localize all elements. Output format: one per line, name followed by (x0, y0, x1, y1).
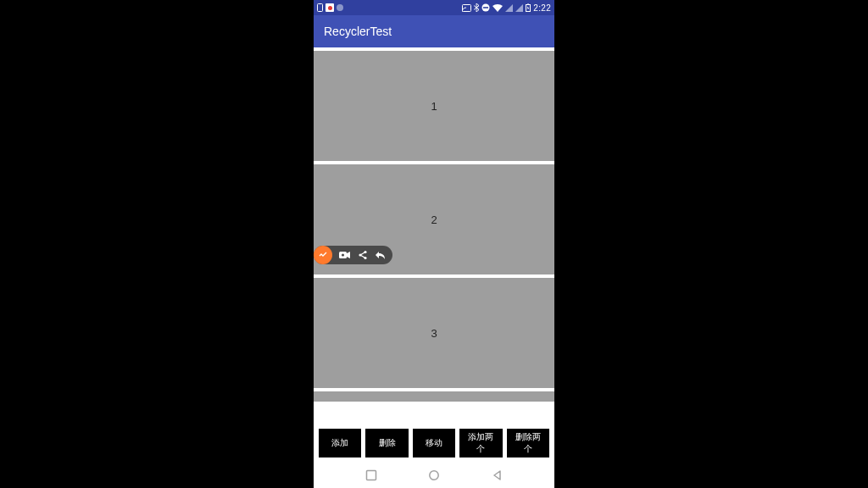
svg-point-12 (430, 471, 438, 480)
nav-recent-icon[interactable] (365, 469, 377, 481)
svg-point-7 (342, 253, 344, 256)
signal2-icon (515, 4, 523, 12)
svg-rect-11 (366, 471, 376, 480)
list-item[interactable]: 3 (314, 278, 554, 388)
svg-rect-5 (527, 4, 529, 5)
add-two-button[interactable]: 添加两个 (459, 429, 502, 458)
svg-rect-3 (483, 7, 488, 8)
record-icon (326, 3, 334, 12)
dnd-icon (481, 3, 490, 12)
app-bar: RecyclerTest (314, 15, 554, 47)
move-button[interactable]: 移动 (413, 429, 455, 458)
status-bar: 2:22 (314, 0, 554, 15)
app-title: RecyclerTest (324, 25, 392, 38)
add-button[interactable]: 添加 (319, 429, 361, 458)
reply-icon[interactable] (375, 251, 386, 260)
list-item-label: 3 (431, 327, 437, 340)
cast-icon (462, 4, 471, 12)
android-nav-bar (314, 463, 554, 488)
nav-back-icon[interactable] (492, 469, 504, 481)
remove-two-button[interactable]: 删除两个 (507, 429, 549, 458)
portrait-icon (317, 3, 323, 12)
screen-recorder-pill[interactable] (314, 246, 392, 264)
action-button-row: 添加 删除 移动 添加两个 删除两个 (314, 422, 554, 463)
phone-frame: 2:22 RecyclerTest 1 2 3 添加 删除 移动 添加两个 删除… (314, 0, 554, 488)
share-icon[interactable] (358, 250, 368, 260)
list-item[interactable]: 1 (314, 51, 554, 161)
list-item-label: 1 (431, 100, 437, 113)
remove-button[interactable]: 删除 (365, 429, 408, 458)
battery-icon (526, 3, 531, 12)
recycler-list[interactable]: 1 2 3 (314, 47, 554, 422)
status-time: 2:22 (533, 3, 551, 13)
nav-home-icon[interactable] (428, 469, 440, 481)
list-item-label: 2 (431, 214, 437, 226)
recorder-badge-icon[interactable] (314, 246, 332, 264)
wifi-icon (492, 4, 503, 12)
video-icon[interactable] (339, 251, 351, 259)
list-item[interactable] (314, 391, 554, 402)
bluetooth-icon (474, 3, 479, 12)
svg-rect-0 (318, 4, 323, 12)
signal-icon (505, 4, 513, 12)
grey-dot-icon (337, 4, 343, 11)
